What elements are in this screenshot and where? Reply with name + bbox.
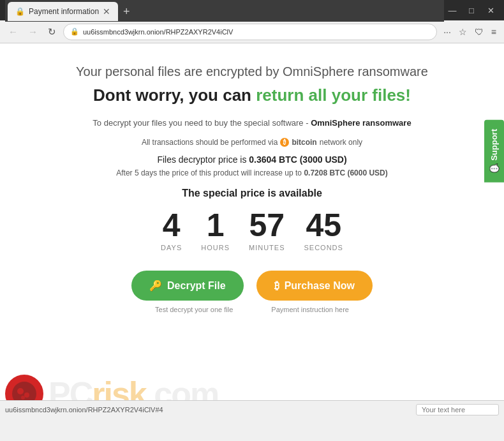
title-bar: 🔒 Payment information ✕ + — □ ✕ <box>0 0 504 20</box>
maximize-button[interactable]: □ <box>463 2 480 19</box>
menu-button[interactable]: ≡ <box>489 26 499 38</box>
countdown-minutes: 57 MINUTES <box>249 209 285 251</box>
browser-content: 💬 Support Your personal files are encryp… <box>0 43 504 418</box>
headline-highlight: return all your files! <box>256 86 411 105</box>
countdown-seconds: 45 SECONDS <box>304 209 343 251</box>
lock-icon: 🔒 <box>70 27 79 36</box>
minimize-button[interactable]: — <box>444 2 461 19</box>
countdown-hours: 1 HOURS <box>201 209 230 251</box>
price-line: Files decryptor price is 0.3604 BTC (300… <box>38 154 466 165</box>
countdown: 4 DAYS 1 HOURS 57 MINUTES 45 SECONDS <box>38 209 466 251</box>
address-bar[interactable]: 🔒 uu6issmbncd3wjkrn.onion/RHPZ2AXYR2V4iC… <box>63 24 437 40</box>
countdown-hours-value: 1 <box>201 209 230 241</box>
price-prefix: Files decryptor price is <box>157 154 249 165</box>
decrypt-btn-label: Decrypt File <box>167 280 226 292</box>
bottom-bar-url: uu6issmbncd3wjkrn.onion/RHPZ2AXYR2V4iClV… <box>5 406 416 414</box>
support-tab[interactable]: 💬 Support <box>484 120 504 183</box>
active-tab[interactable]: 🔒 Payment information ✕ <box>8 2 118 21</box>
svg-point-2 <box>24 392 29 398</box>
tab-close-button[interactable]: ✕ <box>103 7 110 16</box>
headline-prefix: Dont worry, you can <box>93 86 256 105</box>
button-captions: Test decrypt your one file Payment instr… <box>38 306 466 313</box>
countdown-days: 4 DAYS <box>161 209 182 251</box>
svg-point-1 <box>17 388 24 394</box>
purchase-icon: ₿ <box>274 280 279 292</box>
bitcoin-line: All transactions should be performed via… <box>38 138 466 147</box>
address-text: uu6issmbncd3wjkrn.onion/RHPZ2AXYR2V4iClV <box>83 28 430 36</box>
price-amount: 0.3604 BTC (3000 USD) <box>249 154 346 165</box>
decrypt-caption: Test decrypt your one file <box>155 306 233 313</box>
close-button[interactable]: ✕ <box>482 2 499 19</box>
countdown-minutes-label: MINUTES <box>249 244 285 251</box>
more-button[interactable]: ··· <box>441 26 454 38</box>
decrypt-info-software: OmniSphere ransomware <box>311 118 411 128</box>
countdown-minutes-value: 57 <box>249 209 285 241</box>
bitcoin-text-prefix: All transactions should be performed via <box>142 138 278 147</box>
refresh-button[interactable]: ↻ <box>45 25 59 39</box>
headline-dark: Dont worry, you can return all your file… <box>38 86 466 105</box>
star-button[interactable]: ☆ <box>456 26 470 38</box>
bitcoin-network-text: network only <box>320 138 362 147</box>
price-increase: After 5 days the price of this product w… <box>38 168 466 177</box>
new-tab-button[interactable]: + <box>118 5 135 19</box>
tab-favicon: 🔒 <box>15 7 25 16</box>
purchase-caption: Payment instruction here <box>271 306 349 313</box>
special-price-label: The special price is available <box>38 188 466 199</box>
support-icon: 💬 <box>489 163 499 174</box>
decrypt-info-prefix: To decrypt your files you need to buy th… <box>93 118 311 128</box>
countdown-days-label: DAYS <box>161 244 182 251</box>
nav-bar: ← → ↻ 🔒 uu6issmbncd3wjkrn.onion/RHPZ2AXY… <box>0 20 504 43</box>
page-content: 💬 Support Your personal files are encryp… <box>0 43 504 326</box>
decrypt-info: To decrypt your files you need to buy th… <box>38 118 466 128</box>
purchase-btn-label: Purchase Now <box>285 280 355 292</box>
countdown-seconds-label: SECONDS <box>304 244 343 251</box>
countdown-days-value: 4 <box>161 209 182 241</box>
button-row: 🔑 Decrypt File ₿ Purchase Now <box>38 271 466 301</box>
bottom-bar-input[interactable] <box>416 404 499 415</box>
bitcoin-logo: ₿ <box>280 138 289 147</box>
svg-point-3 <box>21 396 25 400</box>
page-wrapper: 💬 Support Your personal files are encryp… <box>0 43 504 418</box>
price-increase-amount: 0.7208 BTC (6000 USD) <box>304 168 387 177</box>
bottom-bar: uu6issmbncd3wjkrn.onion/RHPZ2AXYR2V4iClV… <box>0 400 504 418</box>
window-controls: — □ ✕ <box>444 2 499 19</box>
forward-button[interactable]: → <box>25 25 41 38</box>
countdown-seconds-value: 45 <box>304 209 343 241</box>
support-label: Support <box>489 129 499 161</box>
nav-extras: ··· ☆ 🛡 ≡ <box>441 26 499 38</box>
tab-title: Payment information <box>29 7 99 16</box>
bitcoin-name: bitcoin <box>292 138 316 147</box>
back-button[interactable]: ← <box>5 25 21 38</box>
countdown-hours-label: HOURS <box>201 244 230 251</box>
price-increase-text: After 5 days the price of this product w… <box>116 168 304 177</box>
decrypt-icon: 🔑 <box>149 280 162 292</box>
shield-button[interactable]: 🛡 <box>472 26 486 38</box>
headline-gray: Your personal files are encrypted by Omn… <box>38 63 466 80</box>
decrypt-file-button[interactable]: 🔑 Decrypt File <box>131 271 244 301</box>
purchase-now-button[interactable]: ₿ Purchase Now <box>256 271 373 301</box>
